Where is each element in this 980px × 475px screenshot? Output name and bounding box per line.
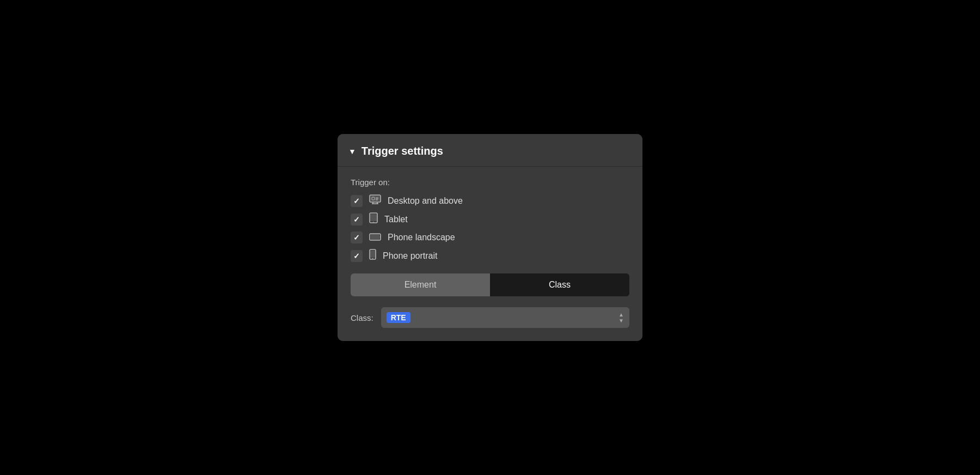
class-select-wrapper: RTE ▲ ▼ bbox=[381, 307, 629, 328]
checkbox-desktop[interactable]: ✓ bbox=[351, 195, 363, 207]
svg-rect-16 bbox=[370, 251, 375, 258]
checkbox-label-phone-portrait: Phone portrait bbox=[383, 251, 438, 261]
rte-badge: RTE bbox=[387, 312, 411, 323]
svg-rect-10 bbox=[370, 214, 377, 221]
trigger-settings-panel: ▼ Trigger settings Trigger on: ✓ bbox=[338, 134, 642, 341]
svg-point-14 bbox=[380, 236, 381, 238]
checkmark-tablet: ✓ bbox=[353, 215, 360, 224]
class-row: Class: RTE ▲ ▼ bbox=[351, 307, 629, 328]
checkbox-label-desktop: Desktop and above bbox=[388, 196, 463, 206]
panel-title: Trigger settings bbox=[362, 145, 443, 157]
checkbox-label-phone-landscape: Phone landscape bbox=[388, 233, 455, 242]
svg-point-11 bbox=[373, 222, 374, 223]
checkmark-desktop: ✓ bbox=[353, 197, 360, 205]
desktop-icon bbox=[369, 194, 381, 207]
checkbox-item-phone-landscape[interactable]: ✓ Phone landscape bbox=[351, 232, 629, 243]
tab-element[interactable]: Element bbox=[351, 273, 490, 296]
checkbox-item-phone-portrait[interactable]: ✓ Phone portrait bbox=[351, 249, 629, 263]
chevron-down-icon[interactable]: ▼ bbox=[348, 147, 356, 156]
checkbox-list: ✓ Desktop and above bbox=[351, 194, 629, 263]
phone-landscape-icon bbox=[369, 232, 381, 243]
class-select[interactable]: RTE bbox=[381, 307, 629, 328]
trigger-on-label: Trigger on: bbox=[351, 178, 629, 187]
checkbox-tablet[interactable]: ✓ bbox=[351, 214, 363, 226]
svg-rect-13 bbox=[371, 234, 379, 240]
checkbox-item-tablet[interactable]: ✓ Tablet bbox=[351, 212, 629, 226]
phone-portrait-icon bbox=[369, 249, 376, 263]
checkbox-item-desktop[interactable]: ✓ Desktop and above bbox=[351, 194, 629, 207]
panel-body: Trigger on: ✓ bbox=[338, 167, 642, 341]
class-row-label: Class: bbox=[351, 313, 373, 322]
checkbox-label-tablet: Tablet bbox=[384, 215, 408, 224]
checkbox-phone-landscape[interactable]: ✓ bbox=[351, 232, 363, 243]
tablet-icon bbox=[369, 212, 378, 226]
checkmark-phone-portrait: ✓ bbox=[353, 252, 360, 260]
tab-class[interactable]: Class bbox=[490, 273, 629, 296]
panel-header: ▼ Trigger settings bbox=[338, 134, 642, 167]
checkbox-phone-portrait[interactable]: ✓ bbox=[351, 250, 363, 262]
svg-point-17 bbox=[372, 258, 373, 259]
tab-row: Element Class bbox=[351, 273, 629, 296]
checkmark-phone-landscape: ✓ bbox=[353, 233, 360, 242]
